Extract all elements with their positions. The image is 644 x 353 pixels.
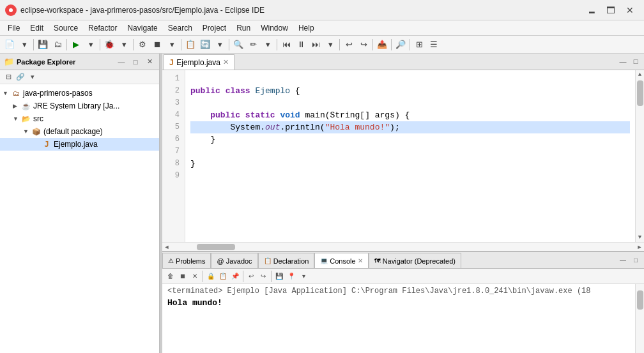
- scroll-h-track[interactable]: [171, 243, 635, 252]
- tree-item-file[interactable]: J Ejemplo.java: [0, 138, 159, 151]
- debug-button[interactable]: 🐞: [102, 38, 116, 52]
- console-label: Console: [330, 257, 355, 265]
- console-wrap2-btn[interactable]: ↪: [257, 271, 269, 282]
- menu-item-search[interactable]: Search: [163, 21, 197, 35]
- console-wrap-btn[interactable]: ↩: [245, 271, 257, 282]
- tb-btn5[interactable]: ⚙: [135, 38, 150, 52]
- minimize-button[interactable]: 🗕: [583, 3, 601, 17]
- menu-item-source[interactable]: Source: [49, 21, 83, 35]
- console-dropdown-btn[interactable]: ▾: [298, 271, 309, 282]
- tb-btn12[interactable]: ⏸: [294, 38, 308, 52]
- new-button[interactable]: 📄: [3, 38, 17, 52]
- editor-scrollbar-h[interactable]: ◄ ►: [162, 242, 644, 251]
- bottom-maximize-btn[interactable]: □: [630, 254, 641, 266]
- tab-problems[interactable]: ⚠ Problems: [162, 253, 211, 268]
- tree-item-package[interactable]: ▼ 📦 (default package): [0, 125, 159, 138]
- tb-dropdown8[interactable]: ▾: [213, 38, 227, 52]
- tb-btn10[interactable]: ✏: [246, 38, 260, 52]
- pe-maximize-button[interactable]: □: [130, 56, 141, 68]
- search-icon-button[interactable]: 🔎: [394, 38, 408, 52]
- console-stop-btn[interactable]: ⏹: [177, 271, 188, 282]
- tb-btn16[interactable]: 📤: [375, 38, 389, 52]
- pe-minimize-button[interactable]: —: [116, 56, 127, 68]
- console-scroll-thumb[interactable]: [637, 290, 643, 310]
- tab-navigator[interactable]: 🗺 Navigator (Deprecated): [369, 253, 461, 268]
- scroll-track[interactable]: [636, 79, 645, 233]
- toolbar: 📄 ▾ 💾 🗂 ▶ ▾ 🐞 ▾ ⚙ ⏹ ▾ 📋 🔄 ▾ 🔍 ✏ ▾ ⏮ ⏸ ⏭ …: [0, 36, 644, 54]
- bottom-minimize-btn[interactable]: —: [617, 254, 629, 266]
- editor-maximize-btn[interactable]: □: [630, 56, 641, 67]
- tree-item-src[interactable]: ▼ 📂 src: [0, 112, 159, 125]
- tb-btn6[interactable]: ⏹: [150, 38, 164, 52]
- pe-link-editor[interactable]: 🔗: [15, 71, 26, 83]
- bottom-tabs: ⚠ Problems @ Javadoc 📋 Declaration 💻 Con…: [162, 252, 644, 269]
- run-dropdown[interactable]: ▾: [84, 38, 98, 52]
- code-line-1: [190, 73, 630, 85]
- tab-javadoc[interactable]: @ Javadoc: [211, 253, 257, 268]
- tb-btn11[interactable]: ⏮: [279, 38, 293, 52]
- tree-item-jre[interactable]: ▶ ☕ JRE System Library [Ja...: [0, 100, 159, 112]
- editor-tabs: J Ejemplo.java ✕ — □: [162, 54, 644, 70]
- menu-item-project[interactable]: Project: [197, 21, 231, 35]
- tb-btn8[interactable]: 🔄: [198, 38, 212, 52]
- pe-collapse-all[interactable]: ⊟: [3, 71, 14, 83]
- tb-btn13[interactable]: ⏭: [309, 38, 323, 52]
- perspective-btn2[interactable]: ☰: [427, 38, 441, 52]
- tab-console[interactable]: 💻 Console ✕: [314, 253, 368, 268]
- tb-dropdown1[interactable]: ▾: [17, 38, 31, 52]
- menu-item-edit[interactable]: Edit: [25, 21, 49, 35]
- console-terminated-text: <terminated> Ejemplo [Java Application] …: [167, 287, 630, 296]
- menu-item-run[interactable]: Run: [231, 21, 256, 35]
- tb-dropdown6[interactable]: ▾: [165, 38, 179, 52]
- arrow-src[interactable]: ▼: [13, 116, 19, 122]
- console-tab-close[interactable]: ✕: [358, 257, 363, 264]
- console-stop2-btn[interactable]: ✕: [189, 271, 201, 282]
- maximize-button[interactable]: 🗖: [602, 3, 620, 17]
- editor-tab-ejemplo[interactable]: J Ejemplo.java ✕: [164, 54, 234, 70]
- tb-dropdown13[interactable]: ▾: [323, 38, 337, 52]
- console-save-btn[interactable]: 💾: [273, 271, 285, 282]
- run-button[interactable]: ▶: [69, 38, 83, 52]
- menu-item-window[interactable]: Window: [256, 21, 293, 35]
- scroll-right-btn[interactable]: ►: [635, 243, 644, 252]
- menu-item-help[interactable]: Help: [293, 21, 319, 35]
- menu-item-refactor[interactable]: Refactor: [83, 21, 122, 35]
- tab-declaration[interactable]: 📋 Declaration: [258, 253, 315, 268]
- console-pin-btn[interactable]: 📍: [286, 271, 297, 282]
- window-controls: 🗕 🗖 ✕: [583, 3, 639, 17]
- pe-menu[interactable]: ▾: [27, 71, 38, 83]
- scroll-thumb[interactable]: [637, 80, 643, 106]
- scroll-up-btn[interactable]: ▲: [636, 70, 645, 79]
- scroll-left-btn[interactable]: ◄: [162, 243, 171, 252]
- editor-minimize-btn[interactable]: —: [617, 56, 629, 67]
- console-copy-btn[interactable]: 📋: [217, 271, 229, 282]
- console-output-text: Hola mundo!: [167, 298, 630, 308]
- tb-btn14[interactable]: ↩: [342, 38, 356, 52]
- scroll-down-btn[interactable]: ▼: [636, 233, 645, 242]
- tab-close-button[interactable]: ✕: [223, 58, 229, 66]
- tree-item-project[interactable]: ▼ 🗂 java-primeros-pasos: [0, 87, 159, 100]
- tb-btn9[interactable]: 🔍: [231, 38, 245, 52]
- tb-dropdown10[interactable]: ▾: [261, 38, 275, 52]
- console-scrollbar-v[interactable]: [635, 284, 644, 353]
- console-clear-btn[interactable]: 🗑: [165, 271, 176, 282]
- tb-btn7[interactable]: 📋: [183, 38, 197, 52]
- arrow-project[interactable]: ▼: [3, 90, 9, 96]
- code-content[interactable]: public class Ejemplo { public static voi…: [185, 70, 635, 242]
- arrow-package[interactable]: ▼: [23, 128, 29, 135]
- perspective-button[interactable]: ⊞: [412, 38, 426, 52]
- menu-item-file[interactable]: File: [3, 21, 25, 35]
- debug-dropdown[interactable]: ▾: [117, 38, 131, 52]
- menu-item-navigate[interactable]: Navigate: [122, 21, 162, 35]
- save-all-button[interactable]: 🗂: [50, 38, 65, 52]
- scroll-h-thumb[interactable]: [197, 244, 235, 250]
- tb-btn15[interactable]: ↪: [356, 38, 371, 52]
- close-button[interactable]: ✕: [621, 3, 639, 17]
- editor-scrollbar-v[interactable]: ▲ ▼: [635, 70, 644, 242]
- pe-close-button[interactable]: ✕: [144, 56, 155, 68]
- arrow-jre[interactable]: ▶: [13, 103, 19, 109]
- pe-tree: ▼ 🗂 java-primeros-pasos ▶ ☕ JRE System L…: [0, 84, 159, 353]
- save-button[interactable]: 💾: [36, 38, 50, 52]
- console-scroll-lock-btn[interactable]: 🔒: [205, 271, 217, 282]
- console-paste-btn[interactable]: 📌: [229, 271, 241, 282]
